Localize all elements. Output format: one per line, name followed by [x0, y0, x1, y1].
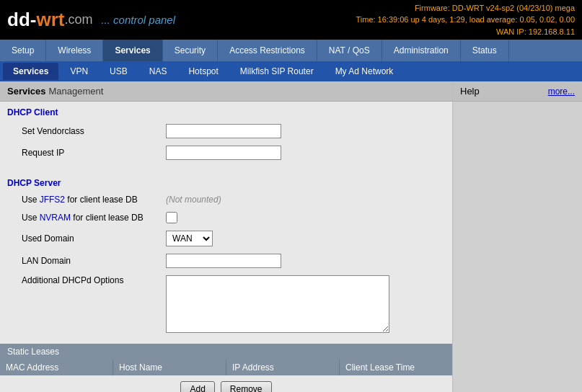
use-jffs2-status: (Not mounted) [166, 195, 221, 205]
col-mac-address: MAC Address [0, 360, 113, 375]
top-nav-item-access-restrictions[interactable]: Access Restrictions [218, 40, 317, 61]
additional-dhcpd-row: Additional DHCPd Options [0, 272, 452, 337]
lan-domain-row: LAN Domain [0, 250, 452, 272]
help-title: Help [460, 86, 480, 97]
section-header: Services Management [0, 81, 452, 102]
top-nav-item-wireless[interactable]: Wireless [46, 40, 103, 61]
request-ip-input[interactable] [166, 146, 281, 160]
sub-nav-item-usb[interactable]: USB [100, 63, 138, 80]
logo-wrt: wrt [36, 9, 64, 31]
col-host-name: Host Name [113, 360, 226, 375]
sub-nav-item-vpn[interactable]: VPN [60, 63, 98, 80]
request-ip-row: Request IP [0, 142, 452, 164]
header: dd-wrt.com ... control panel Firmware: D… [0, 0, 582, 40]
content-wrapper: Services Management DHCP Client Set Vend… [0, 81, 582, 392]
help-sidebar: Help more... [452, 81, 582, 392]
logo-area: dd-wrt.com ... control panel [7, 9, 175, 31]
table-header: MAC Address Host Name IP Address Client … [0, 360, 452, 375]
static-leases-header: Static Leases [0, 344, 452, 360]
additional-dhcpd-label: Additional DHCPd Options [22, 275, 166, 285]
firmware-info: Firmware: DD-WRT v24-sp2 (04/23/10) mega… [356, 2, 575, 38]
used-domain-select[interactable]: WAN LAN NONE [166, 231, 213, 246]
sub-nav-item-services[interactable]: Services [3, 63, 58, 80]
top-nav-item-nat-/-qos[interactable]: NAT / QoS [317, 40, 382, 61]
use-nvram-checkbox[interactable] [166, 212, 177, 223]
dhcp-server-title: DHCP Server [0, 172, 452, 191]
section-header-bold: Services [7, 86, 46, 97]
section-header-normal: Management [49, 86, 104, 97]
sub-nav-item-hotspot[interactable]: Hotspot [178, 63, 228, 80]
help-more-link[interactable]: more... [548, 86, 575, 97]
set-vendorclass-row: Set Vendorclass [0, 120, 452, 142]
use-jffs2-row: Use JFFS2 for client lease DB (Not mount… [0, 191, 452, 208]
additional-dhcpd-input[interactable] [166, 275, 389, 333]
use-nvram-label: Use NVRAM for client lease DB [22, 213, 166, 223]
top-nav-item-status[interactable]: Status [461, 40, 509, 61]
col-client-lease-time: Client Lease Time [340, 360, 452, 375]
sub-nav-item-nas[interactable]: NAS [139, 63, 177, 80]
logo-com: .com [64, 12, 92, 27]
firmware-line1: Firmware: DD-WRT v24-sp2 (04/23/10) mega [356, 2, 575, 14]
top-nav-item-administration[interactable]: Administration [382, 40, 461, 61]
set-vendorclass-label: Set Vendorclass [22, 126, 166, 136]
logo-dd: dd- [7, 9, 36, 31]
top-nav-item-services[interactable]: Services [103, 40, 162, 61]
firmware-line3: WAN IP: 192.168.8.11 [356, 26, 575, 38]
used-domain-label: Used Domain [22, 233, 166, 244]
use-nvram-row: Use NVRAM for client lease DB [0, 208, 452, 227]
top-nav-item-setup[interactable]: Setup [0, 40, 46, 61]
used-domain-row: Used Domain WAN LAN NONE [0, 227, 452, 250]
lan-domain-label: LAN Domain [22, 256, 166, 266]
button-row: Add Remove [0, 375, 452, 392]
add-button[interactable]: Add [180, 381, 214, 392]
top-nav: SetupWirelessServicesSecurityAccess Rest… [0, 40, 582, 61]
sub-nav-item-milkfish-sip-router[interactable]: Milkfish SIP Router [230, 63, 324, 80]
help-header: Help more... [453, 81, 582, 102]
lan-domain-input[interactable] [166, 254, 281, 268]
col-ip-address: IP Address [226, 360, 340, 375]
sub-nav: ServicesVPNUSBNASHotspotMilkfish SIP Rou… [0, 61, 582, 81]
logo: dd-wrt.com ... control panel [7, 9, 175, 31]
use-jffs2-label: Use JFFS2 for client lease DB [22, 195, 166, 205]
request-ip-label: Request IP [22, 148, 166, 158]
dhcp-client-title: DHCP Client [0, 102, 452, 120]
logo-controlpanel: ... control panel [101, 14, 175, 26]
top-nav-item-security[interactable]: Security [163, 40, 218, 61]
set-vendorclass-input[interactable] [166, 124, 281, 138]
remove-button[interactable]: Remove [221, 381, 272, 392]
sub-nav-item-my-ad-network[interactable]: My Ad Network [325, 63, 404, 80]
firmware-line2: Time: 16:39:06 up 4 days, 1:29, load ave… [356, 14, 575, 26]
main-content: Services Management DHCP Client Set Vend… [0, 81, 452, 392]
